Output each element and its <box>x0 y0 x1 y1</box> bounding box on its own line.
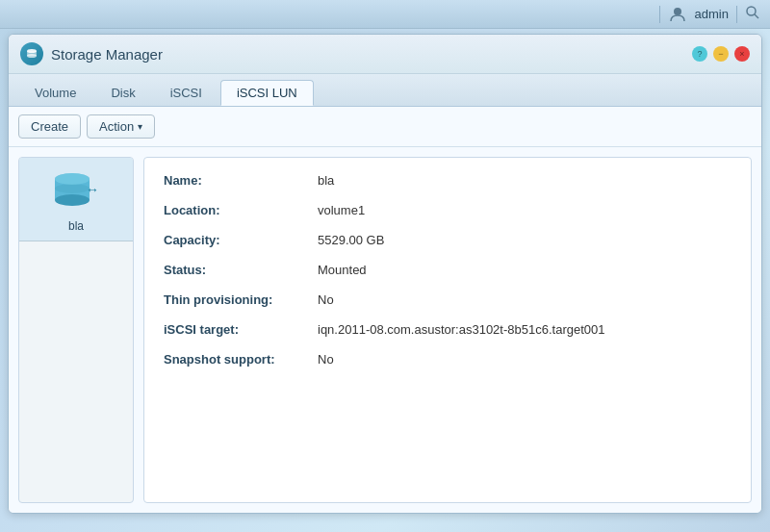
window-title: Storage Manager <box>51 46 163 63</box>
value-snapshot: No <box>318 352 334 367</box>
app-icon <box>20 42 43 65</box>
detail-row-iscsi-target: iSCSI target: iqn.2011-08.com.asustor:as… <box>164 322 732 337</box>
tab-volume[interactable]: Volume <box>18 80 92 106</box>
svg-point-5 <box>27 54 37 58</box>
tab-bar: Volume Disk iSCSI iSCSI LUN <box>9 74 761 107</box>
toolbar: Create Action <box>9 107 761 147</box>
value-thin: No <box>318 292 334 307</box>
tab-iscsi-lun[interactable]: iSCSI LUN <box>220 80 314 106</box>
top-bar-right: admin <box>659 5 760 24</box>
label-iscsi-target: iSCSI target: <box>164 322 318 337</box>
window-titlebar: Storage Manager ? − × <box>9 35 761 74</box>
svg-text:↔: ↔ <box>86 182 99 197</box>
svg-point-8 <box>55 194 90 206</box>
value-status: Mounted <box>318 263 367 277</box>
value-name: bla <box>318 173 334 188</box>
value-iscsi-target: iqn.2011-08.com.asustor:as3102t-8b51c6.t… <box>318 322 604 337</box>
minimize-button[interactable]: − <box>713 46 729 62</box>
label-snapshot: Snapshot support: <box>164 352 318 367</box>
svg-point-0 <box>674 8 681 15</box>
action-button[interactable]: Action <box>87 114 155 139</box>
content-area: ↔ bla Name: bla Location: volume1 Capaci… <box>9 147 761 513</box>
window-title-left: Storage Manager <box>20 42 163 65</box>
detail-row-location: Location: volume1 <box>164 203 732 217</box>
label-name: Name: <box>164 173 318 188</box>
label-thin: Thin provisioning: <box>164 292 318 307</box>
label-status: Status: <box>164 263 318 277</box>
svg-point-10 <box>55 173 90 185</box>
create-button[interactable]: Create <box>18 114 81 139</box>
detail-row-name: Name: bla <box>164 173 732 188</box>
value-location: volume1 <box>318 203 365 217</box>
detail-row-snapshot: Snapshot support: No <box>164 352 732 367</box>
detail-row-thin: Thin provisioning: No <box>164 292 732 307</box>
label-location: Location: <box>164 203 318 217</box>
tab-disk[interactable]: Disk <box>94 80 151 106</box>
top-bar-divider <box>659 6 660 23</box>
svg-point-9 <box>55 184 90 193</box>
list-panel: ↔ bla <box>18 157 134 503</box>
username-label: admin <box>695 7 729 21</box>
action-label: Action <box>99 119 134 134</box>
label-capacity: Capacity: <box>164 233 318 247</box>
svg-line-2 <box>755 14 758 18</box>
detail-panel: Name: bla Location: volume1 Capacity: 55… <box>143 157 752 503</box>
svg-point-1 <box>747 7 756 15</box>
storage-manager-window: Storage Manager ? − × Volume Disk iSCSI … <box>8 34 762 514</box>
tab-iscsi[interactable]: iSCSI <box>154 80 218 106</box>
help-button[interactable]: ? <box>692 46 707 62</box>
value-capacity: 5529.00 GB <box>318 233 384 247</box>
top-bar: admin <box>0 0 770 29</box>
detail-row-status: Status: Mounted <box>164 263 732 277</box>
db-icon: ↔ <box>51 169 101 214</box>
top-bar-divider2 <box>736 6 737 23</box>
list-item-label: bla <box>68 219 84 233</box>
detail-row-capacity: Capacity: 5529.00 GB <box>164 233 732 247</box>
list-item[interactable]: ↔ bla <box>19 158 133 241</box>
window-controls: ? − × <box>692 46 750 62</box>
close-button[interactable]: × <box>734 46 750 62</box>
search-icon[interactable] <box>745 5 760 24</box>
user-icon <box>668 5 687 24</box>
